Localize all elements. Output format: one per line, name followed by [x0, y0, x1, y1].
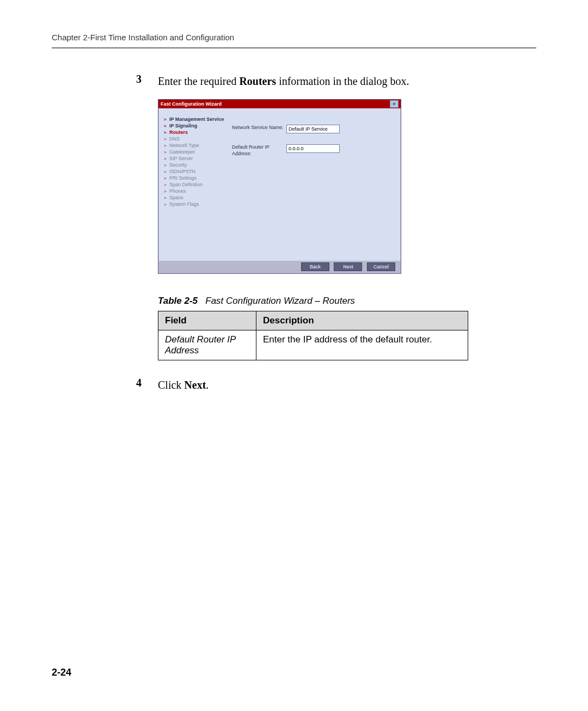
- table-2-5: Field Description Default Router IP Addr…: [158, 311, 468, 360]
- nav-spans[interactable]: Spans: [164, 194, 226, 201]
- wizard-body: IP Management Service IP Signaling Route…: [158, 108, 401, 261]
- nav-pri-settings[interactable]: PRI Settings: [164, 175, 226, 181]
- nav-isdn-pstn[interactable]: ISDN/PSTN: [164, 168, 226, 175]
- input-router-ip[interactable]: [286, 144, 340, 153]
- nav-routers[interactable]: Routers: [164, 129, 226, 136]
- step-3: 3 Enter the required Routers information…: [52, 73, 536, 89]
- cancel-button[interactable]: Cancel: [367, 262, 395, 271]
- input-service-name[interactable]: [286, 125, 340, 133]
- label-router-ip: Default Router IP Address:: [232, 144, 286, 157]
- wizard-screenshot: Fast Configuration Wizard × IP Managemen…: [158, 99, 536, 274]
- td-description: Enter the IP address of the default rout…: [256, 330, 468, 360]
- header-rule: [52, 47, 536, 48]
- wizard-dialog: Fast Configuration Wizard × IP Managemen…: [158, 99, 401, 274]
- next-button[interactable]: Next: [334, 262, 362, 271]
- nav-system-flags[interactable]: System Flags: [164, 201, 226, 207]
- table-caption-number: Table 2-5: [158, 296, 198, 306]
- form-row-service-name: Network Service Name:: [232, 125, 390, 133]
- step-3-number: 3: [52, 73, 158, 85]
- wizard-titlebar: Fast Configuration Wizard ×: [158, 100, 401, 108]
- form-row-router-ip: Default Router IP Address:: [232, 144, 390, 157]
- nav-phones[interactable]: Phones: [164, 188, 226, 194]
- step-3-bold: Routers: [239, 75, 276, 87]
- step-3-prefix: Enter the required: [158, 75, 239, 87]
- nav-dns[interactable]: DNS: [164, 136, 226, 142]
- step-4-bold: Next: [184, 379, 206, 391]
- wizard-title-text: Fast Configuration Wizard: [161, 101, 222, 107]
- wizard-form: Network Service Name: Default Router IP …: [226, 114, 395, 255]
- step-4-text: Click Next.: [158, 377, 536, 393]
- nav-span-definition[interactable]: Span Definition: [164, 181, 226, 188]
- nav-ip-signaling[interactable]: IP Signaling: [164, 122, 226, 129]
- step-4: 4 Click Next.: [52, 377, 536, 393]
- close-icon[interactable]: ×: [390, 100, 399, 108]
- nav-sip-server[interactable]: SIP Server: [164, 155, 226, 162]
- step-3-text: Enter the required Routers information i…: [158, 73, 536, 89]
- table-row: Default Router IP Address Enter the IP a…: [158, 330, 468, 360]
- nav-security[interactable]: Security: [164, 162, 226, 168]
- table-caption-title: Fast Configuration Wizard – Routers: [205, 296, 355, 306]
- wizard-footer: Back Next Cancel: [158, 261, 401, 273]
- back-button[interactable]: Back: [301, 262, 329, 271]
- step-4-number: 4: [52, 377, 158, 389]
- nav-ip-management[interactable]: IP Management Service: [164, 116, 226, 122]
- wizard-nav: IP Management Service IP Signaling Route…: [164, 114, 226, 255]
- nav-network-type[interactable]: Network Type: [164, 142, 226, 149]
- th-field: Field: [158, 311, 256, 330]
- chapter-header: Chapter 2-First Time Installation and Co…: [52, 33, 536, 47]
- table-caption: Table 2-5 Fast Configuration Wizard – Ro…: [158, 296, 536, 307]
- step-4-prefix: Click: [158, 379, 184, 391]
- step-4-suffix: .: [206, 379, 209, 391]
- step-3-suffix: information in the dialog box.: [276, 75, 409, 87]
- label-service-name: Network Service Name:: [232, 125, 286, 131]
- page-number: 2-24: [52, 667, 71, 678]
- th-description: Description: [256, 311, 468, 330]
- nav-gatekeeper[interactable]: Gatekeeper: [164, 149, 226, 155]
- td-field: Default Router IP Address: [158, 330, 256, 360]
- table-header-row: Field Description: [158, 311, 468, 330]
